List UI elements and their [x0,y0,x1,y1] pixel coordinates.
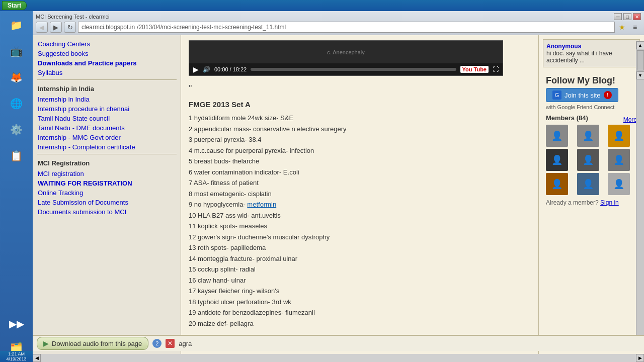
join-icon: G [552,90,561,100]
list-item: 7 ASA- fitness of patient [189,177,531,189]
list-item: 15 cockup splint- radial [189,264,531,275]
members-header: Members (84) [546,114,588,122]
sidebar-item-internship-india[interactable]: Internship in India [33,95,181,104]
bookmark-star-icon[interactable]: ★ [617,22,627,32]
horizontal-scrollbar[interactable]: ◀ ▶ [33,354,644,362]
follow-title: Follow My Blog! [546,75,637,86]
sidebar-item-downloads[interactable]: Downloads and Practice papers [33,58,181,68]
sidebar-icon-media[interactable]: 📺 [5,39,29,63]
youtube-logo: You Tube [460,66,489,73]
sidebar-item-tamil-nadu-state[interactable]: Tamil Nadu State council [33,114,181,123]
join-site-button[interactable]: G Join this site ! [546,88,618,102]
browser-titlebar: MCI Screening Test - clearmci ─ □ ✕ [36,13,641,20]
list-item: 1 hydatidiform mole 24wk size- S&E [189,113,531,124]
scroll-track[interactable] [41,354,636,362]
sidebar-item-internship-procedure[interactable]: Internship procedure in chennai [33,104,181,114]
start-button[interactable]: Start [2,1,27,10]
download-audio-button[interactable]: ▶ Download audio from this page [37,337,148,350]
list-item: 9 no hypoglycemia- metformin [189,199,531,210]
browser-menu-icon[interactable]: ≡ [629,22,641,33]
back-button[interactable]: ◀ [36,22,48,33]
list-item: 3 puerperal pyrexia- 38.4 [189,134,531,145]
forward-button[interactable]: ▶ [50,22,62,33]
close-button[interactable]: ✕ [633,13,641,20]
browser-title: MCI Screening Test - clearmci [36,14,110,20]
taskbar-clock: 1:21 AM 4/19/2013 [0,351,33,362]
member-avatar-6: 👤 [608,149,630,171]
window-controls: ─ □ ✕ [614,13,641,20]
sidebar-item-coaching-centers[interactable]: Coaching Centers [33,39,181,49]
vertical-scrollbar[interactable]: ▲ ▼ [636,41,644,351]
video-play-button[interactable]: ▶ [193,65,199,73]
sidebar-item-online-tracking[interactable]: Online Tracking [33,188,181,198]
taskbar: Start [0,0,644,11]
scroll-right-arrow[interactable]: ▶ [636,354,644,362]
comment-area: Anonymous hi doc. say what if i have acc… [543,39,640,67]
maximize-button[interactable]: □ [623,13,631,20]
sidebar-icon-expand[interactable]: ▶▶ [5,312,29,336]
follow-section: Follow My Blog! G Join this site ! with … [543,72,640,209]
sidebar-item-documents-submission[interactable]: Documents submission to MCI [33,207,181,217]
sidebar-item-completion[interactable]: Internship - Completion certificate [33,142,181,152]
scroll-left-arrow[interactable]: ◀ [33,354,41,362]
video-title: c. Anencephaly [327,49,365,55]
video-time: 00:00 / 18:22 [214,66,247,72]
download-close-button[interactable]: ✕ [166,339,175,348]
quote-mark: " [189,83,531,94]
sidebar-item-mci-registration[interactable]: MCI registration [33,169,181,178]
metformin-link[interactable]: metformin [247,201,276,208]
scroll-up-arrow[interactable]: ▲ [636,41,645,49]
sidebar-section-internship: Internship in India [33,82,181,95]
docs-icon: 📋 [10,149,24,163]
members-grid: 👤 👤 👤 👤 👤 👤 👤 👤 👤 [546,125,637,195]
sidebar-item-waiting[interactable]: WAITING FOR REGISTRATION [33,178,181,188]
refresh-button[interactable]: ↻ [64,22,76,33]
video-progress-bar[interactable] [251,68,456,71]
sidebar-icon-folder[interactable]: 📁 [5,13,29,37]
expand-icon: ▶▶ [10,317,24,331]
scroll-down-arrow[interactable]: ▼ [636,71,645,79]
minimize-button[interactable]: ─ [614,13,622,20]
sign-in-link[interactable]: Sign in [600,199,619,206]
scroll-thumb[interactable] [637,50,644,70]
member-avatar-4: 👤 [546,149,568,171]
video-volume-button[interactable]: 🔊 [203,66,210,73]
list-item: 12 gower's sign- duchenne's muscular dys… [189,232,531,243]
main-content: c. Anencephaly ▶ 🔊 00:00 / 18:22 You Tub… [181,35,538,354]
comment-text: hi doc. say what if i have accidentally … [546,50,636,64]
list-item: 18 typhoid ulcer perforation- 3rd wk [189,297,531,308]
sidebar-item-syllabus[interactable]: Syllabus [33,68,181,77]
list-item: 11 koplick spots- measeles [189,221,531,232]
sidebar-item-late-submission[interactable]: Late Submission of Documents [33,198,181,207]
browser-toolbar: ◀ ▶ ↻ clearmci.blogspot.in /2013/04/mci-… [36,22,641,33]
sidebar-icon-docs[interactable]: 📋 [5,144,29,168]
video-screen: c. Anencephaly [189,41,503,63]
video-controls: ▶ 🔊 00:00 / 18:22 You Tube ⛶ [189,63,503,75]
member-avatar-9: 👤 [608,173,630,195]
list-item: 6 water contamination indicator- E.coli [189,167,531,178]
sidebar-icon-settings[interactable]: ⚙️ [5,118,29,142]
chrome-icon: 🌐 [10,97,24,111]
download-info-button[interactable]: 2 [152,339,162,348]
page-content: Coaching Centers Suggested books Downloa… [33,35,644,354]
list-item: 16 claw hand- ulnar [189,275,531,286]
members-section: Members (84) More 👤 👤 👤 👤 👤 👤 👤 👤 👤 [546,114,637,206]
list-item: 5 breast buds- thelarche [189,156,531,167]
icon-sidebar: 📁 📺 🦊 🌐 ⚙️ 📋 ▶▶ 🗂️ [0,11,33,362]
address-bar[interactable]: clearmci.blogspot.in /2013/04/mci-screen… [78,22,615,33]
video-fullscreen-button[interactable]: ⛶ [493,66,499,73]
sidebar-item-suggested-books[interactable]: Suggested books [33,49,181,58]
sidebar-icon-chrome[interactable]: 🌐 [5,92,29,116]
list-item: 14 monteggia fracture- proximal ulnar [189,253,531,264]
already-member-text: Already a member? Sign in [546,199,637,206]
sidebar-item-mmc[interactable]: Internship - MMC Govt order [33,133,181,142]
sidebar-item-tamil-dme[interactable]: Tamil Nadu - DME documents [33,123,181,133]
list-item: 13 roth spots- papilledema [189,242,531,253]
sidebar-icon-firefox[interactable]: 🦊 [5,65,29,89]
member-avatar-3: 👤 [608,125,630,147]
content-title: FMGE 2013 Set A [189,100,531,109]
more-members-link[interactable]: More [623,116,637,123]
media-icon: 📺 [10,44,24,58]
firefox-icon: 🦊 [10,70,24,84]
sidebar-section-mci: MCI Registration [33,156,181,169]
